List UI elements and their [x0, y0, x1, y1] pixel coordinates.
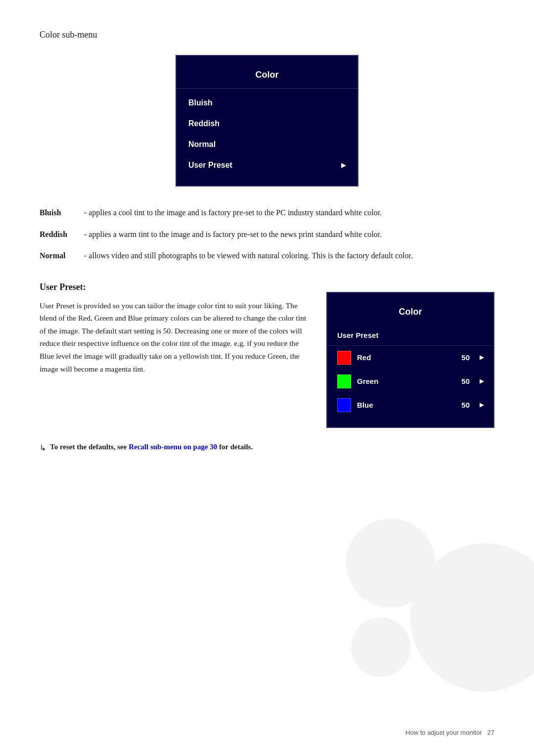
- osd-color-menu: Color Bluish Reddish Normal User Preset …: [176, 55, 358, 187]
- osd-item-reddish-label: Reddish: [188, 119, 220, 128]
- desc-item-normal: Normal - allows video and still photogra…: [40, 249, 494, 262]
- red-swatch: [337, 351, 351, 365]
- color-label-red: Red: [357, 353, 455, 362]
- desc-item-reddish: Reddish - applies a warm tint to the ima…: [40, 228, 494, 241]
- color-descriptions: Bluish - applies a cool tint to the imag…: [40, 206, 494, 262]
- note-icon: ↳: [40, 443, 46, 453]
- section-heading: Color sub-menu: [40, 30, 494, 40]
- osd-color-user-preset-menu: Color User Preset Red 50 ▶ Green 50 ▶ Bl…: [326, 292, 494, 428]
- reset-note: ↳ To reset the defaults, see Recall sub-…: [40, 443, 494, 453]
- color-value-green: 50: [461, 377, 470, 385]
- footer-text: How to adjust your monitor: [405, 729, 482, 736]
- chevron-right-icon: ▶: [341, 162, 346, 169]
- user-preset-heading: User Preset:: [40, 282, 307, 292]
- reset-note-text: To reset the defaults, see Recall sub-me…: [50, 443, 253, 451]
- green-swatch: [337, 375, 351, 388]
- color-value-blue: 50: [461, 401, 470, 409]
- desc-term-bluish: Bluish: [40, 206, 84, 219]
- user-preset-body: User Preset is provided so you can tailo…: [40, 299, 307, 375]
- page-footer: How to adjust your monitor 27: [405, 729, 494, 736]
- osd-item-bluish-label: Bluish: [188, 98, 213, 107]
- page-number: 27: [488, 729, 494, 736]
- desc-def-normal: - allows video and still photographs to …: [84, 249, 494, 262]
- osd-menu-2-title: Color: [327, 303, 493, 325]
- chevron-right-icon-blue: ▶: [480, 402, 484, 408]
- blue-swatch: [337, 398, 351, 412]
- desc-term-reddish: Reddish: [40, 228, 84, 241]
- osd-color-item-green[interactable]: Green 50 ▶: [327, 370, 493, 393]
- color-value-red: 50: [461, 353, 470, 362]
- osd-item-normal-label: Normal: [188, 140, 216, 149]
- osd-color-item-red[interactable]: Red 50 ▶: [327, 346, 493, 370]
- osd-item-reddish[interactable]: Reddish: [177, 113, 357, 134]
- desc-def-reddish: - applies a warm tint to the image and i…: [84, 228, 494, 241]
- osd-item-bluish[interactable]: Bluish: [177, 93, 357, 113]
- color-label-blue: Blue: [357, 401, 455, 409]
- osd-submenu-label: User Preset: [327, 327, 493, 346]
- chevron-right-icon-green: ▶: [480, 378, 484, 384]
- reset-note-prefix: To reset the defaults, see: [50, 443, 129, 451]
- desc-term-normal: Normal: [40, 249, 84, 262]
- user-preset-section: User Preset: User Preset is provided so …: [40, 282, 494, 428]
- recall-submenu-link[interactable]: Recall sub-menu on page 30: [129, 443, 217, 451]
- osd-item-user-preset-label: User Preset: [188, 161, 232, 170]
- reset-note-suffix: for details.: [217, 443, 253, 451]
- osd-color-item-blue[interactable]: Blue 50 ▶: [327, 393, 493, 417]
- desc-item-bluish: Bluish - applies a cool tint to the imag…: [40, 206, 494, 219]
- color-label-green: Green: [357, 377, 455, 385]
- background-decoration: [336, 519, 534, 716]
- osd-item-user-preset[interactable]: User Preset ▶: [177, 155, 357, 176]
- osd-item-normal[interactable]: Normal: [177, 134, 357, 155]
- desc-def-bluish: - applies a cool tint to the image and i…: [84, 206, 494, 219]
- user-preset-text-block: User Preset: User Preset is provided so …: [40, 282, 307, 428]
- chevron-right-icon-red: ▶: [480, 354, 484, 361]
- osd-menu-title: Color: [177, 66, 357, 89]
